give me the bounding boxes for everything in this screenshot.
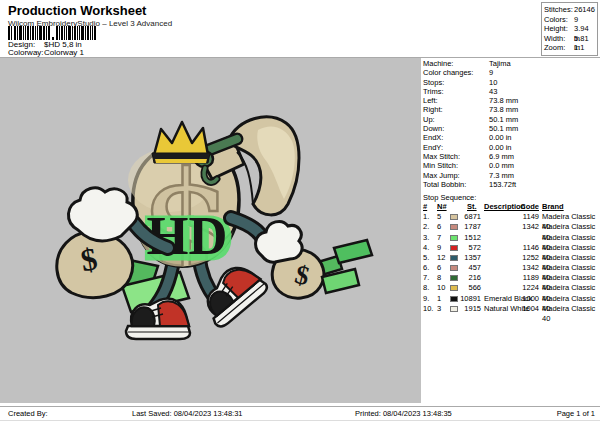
thread-code: 1189	[515, 273, 539, 283]
design-barcode-icon	[8, 26, 108, 40]
thread-code: 1000	[515, 294, 539, 304]
needle-number: 6	[437, 222, 449, 232]
machine-info-row: Trims:43	[423, 87, 600, 96]
machine-info-label: Down:	[423, 124, 489, 133]
stat-label: Height:	[544, 24, 574, 34]
stat-row: Stitches:26146	[544, 5, 595, 15]
stitch-count: 572	[457, 243, 481, 253]
column-header: Brand	[542, 202, 600, 212]
needle-number: 6	[437, 263, 449, 273]
design-preview-area: $ HD HD $	[0, 58, 421, 403]
stop-sequence-title: Stop Sequence:	[423, 193, 600, 202]
needle-number: 12	[437, 253, 449, 263]
needle-number: 9	[437, 243, 449, 253]
last-saved-label: Last Saved: 08/04/2023 13:48:31	[132, 409, 243, 418]
machine-info-value: 73.8 mm	[489, 105, 600, 114]
stat-label: Colors:	[544, 15, 574, 25]
machine-info-row: Up:50.1 mm	[423, 115, 600, 124]
stop-sequence-row: 5.1213571252Madeira Classic 40	[423, 253, 600, 263]
machine-info-value: 153.72ft	[489, 180, 600, 189]
thread-code: 1146	[515, 243, 539, 253]
stat-value: 26146	[574, 5, 595, 15]
column-header: N#	[437, 202, 449, 212]
stop-sequence-header: #N#St.DescriptionCodeBrand	[423, 202, 600, 212]
machine-info-value: 0.00 in	[489, 143, 600, 152]
machine-info-row: Color changes:9	[423, 68, 600, 77]
stop-sequence-row: 8.105661224Madeira Classic 40	[423, 283, 600, 293]
machine-info-label: Min Stitch:	[423, 161, 489, 170]
machine-info-label: EndY:	[423, 143, 489, 152]
machine-info-label: Machine:	[423, 59, 489, 68]
footer-divider	[0, 406, 600, 407]
stitch-count: 216	[457, 273, 481, 283]
stop-sequence-row: 6.64571342Madeira Classic 40	[423, 263, 600, 273]
column-header: Code	[515, 202, 539, 212]
stop-sequence-rows: 1.568711149Madeira Classic 402.617871342…	[423, 212, 600, 314]
stitch-count: 457	[457, 263, 481, 273]
needle-number: 5	[437, 212, 449, 222]
machine-info-value: 0.0 mm	[489, 161, 600, 170]
stop-sequence-row: 7.82161189Madeira Classic 40	[423, 273, 600, 283]
column-header: St.	[467, 202, 483, 212]
machine-info-label: Up:	[423, 115, 489, 124]
machine-info-row: Min Stitch:0.0 mm	[423, 161, 600, 170]
thread-brand: Madeira Classic 40	[542, 304, 600, 324]
row-number: 4.	[423, 243, 436, 253]
needle-number: 8	[437, 273, 449, 283]
stop-sequence-row: 1.568711149Madeira Classic 40	[423, 212, 600, 222]
colorway-value: Colorway 1	[44, 48, 84, 57]
machine-info-row: EndY:0.00 in	[423, 143, 600, 152]
stat-value: 9	[574, 15, 595, 25]
thread-code: 1252	[515, 253, 539, 263]
column-header: #	[423, 202, 436, 212]
machine-info-row: Max Stitch:6.9 mm	[423, 152, 600, 161]
row-number: 6.	[423, 263, 436, 273]
stop-sequence-row: 3.71512Madeira Classic 40	[423, 233, 600, 243]
machine-info-value: 50.1 mm	[489, 115, 600, 124]
machine-info-row: Down:50.1 mm	[423, 124, 600, 133]
needle-number: 1	[437, 294, 449, 304]
stitch-count: 10891	[457, 294, 481, 304]
machine-info-panel: Machine:TajimaColor changes:9Stops:10Tri…	[423, 59, 600, 403]
stat-row: Width:5.81 in	[544, 34, 595, 44]
stitch-count: 1357	[457, 253, 481, 263]
machine-info-list: Machine:TajimaColor changes:9Stops:10Tri…	[423, 59, 600, 189]
stat-value: 1:1	[574, 43, 595, 53]
thread-code: 1342	[515, 222, 539, 232]
row-number: 7.	[423, 273, 436, 283]
stat-value: 5.81 in	[574, 34, 595, 44]
needle-number: 10	[437, 283, 449, 293]
stat-value: 3.94 in	[574, 24, 595, 34]
footer-bottom-rule	[0, 420, 600, 421]
design-stats-box: Stitches:26146Colors:9Height:3.94 inWidt…	[541, 2, 598, 56]
row-number: 8.	[423, 283, 436, 293]
stitch-count: 1787	[457, 222, 481, 232]
machine-info-row: Left:73.8 mm	[423, 96, 600, 105]
colorway-label: Colorway:	[8, 49, 44, 57]
machine-info-label: Left:	[423, 96, 489, 105]
row-number: 3.	[423, 233, 436, 243]
machine-info-row: Total Bobbin:153.72ft	[423, 180, 600, 189]
stop-sequence-row: 2.617871342Madeira Classic 40	[423, 222, 600, 232]
stat-row: Zoom:1:1	[544, 43, 595, 53]
needle-number: 3	[437, 304, 449, 314]
design-preview-image: $ HD HD $	[0, 58, 421, 403]
machine-info-label: Max Jump:	[423, 171, 489, 180]
machine-info-label: Color changes:	[423, 68, 489, 77]
stitch-count: 1512	[457, 233, 481, 243]
machine-info-value: 7.3 mm	[489, 171, 600, 180]
row-number: 5.	[423, 253, 436, 263]
machine-info-row: Right:73.8 mm	[423, 105, 600, 114]
design-stats-list: Stitches:26146Colors:9Height:3.94 inWidt…	[544, 5, 595, 53]
machine-info-label: Trims:	[423, 87, 489, 96]
machine-info-value: 9	[489, 68, 600, 77]
machine-info-value: 10	[489, 78, 600, 87]
stitch-count: 566	[457, 283, 481, 293]
page-title: Production Worksheet	[8, 3, 146, 18]
thread-code: 1342	[515, 263, 539, 273]
machine-info-row: Machine:Tajima	[423, 59, 600, 68]
stop-sequence-row: 9.110891Emerald Black1000Madeira Classic…	[423, 294, 600, 304]
machine-info-row: Max Jump:7.3 mm	[423, 171, 600, 180]
machine-info-value: 6.9 mm	[489, 152, 600, 161]
printed-label: Printed: 08/04/2023 13:48:35	[355, 409, 452, 418]
